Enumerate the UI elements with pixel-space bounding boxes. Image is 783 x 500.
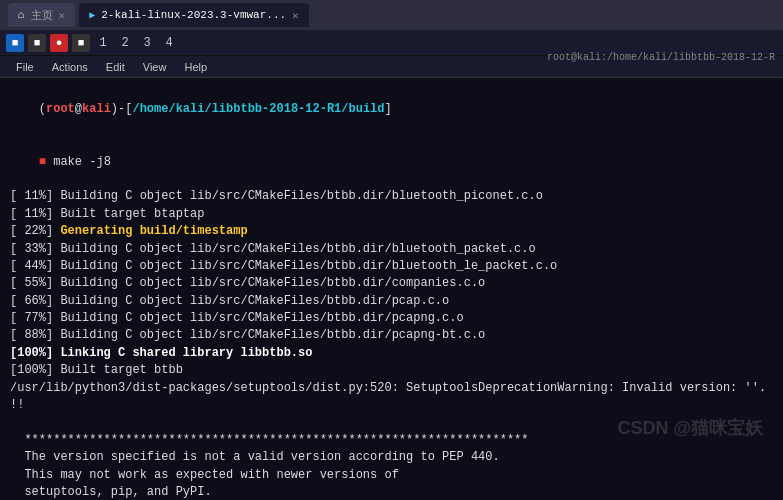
output-line-11: [100%] Built target btbb bbox=[10, 362, 773, 379]
output-line-5: [ 44%] Building C object lib/src/CMakeFi… bbox=[10, 258, 773, 275]
prompt-line: (root@kali)-[/home/kali/libbtbb-2018-12-… bbox=[10, 84, 773, 136]
terminal-icon: ▶ bbox=[89, 9, 95, 21]
toolbar-icon-2[interactable]: ■ bbox=[28, 34, 46, 52]
terminal-area[interactable]: (root@kali)-[/home/kali/libbtbb-2018-12-… bbox=[0, 78, 783, 500]
output-line-2: [ 11%] Built target btaptap bbox=[10, 206, 773, 223]
output-line-4: [ 33%] Building C object lib/src/CMakeFi… bbox=[10, 241, 773, 258]
output-line-15: The version specified is not a valid ver… bbox=[10, 449, 773, 466]
output-line-8: [ 77%] Building C object lib/src/CMakeFi… bbox=[10, 310, 773, 327]
output-line-6: [ 55%] Building C object lib/src/CMakeFi… bbox=[10, 275, 773, 292]
output-line-3: [ 22%] Generating build/timestamp bbox=[10, 223, 773, 240]
output-line-7: [ 66%] Building C object lib/src/CMakeFi… bbox=[10, 293, 773, 310]
tab-terminal[interactable]: ▶ 2-kali-linux-2023.3-vmwar... ✕ bbox=[79, 3, 309, 27]
menu-actions[interactable]: Actions bbox=[44, 59, 96, 75]
toolbar-num-4[interactable]: 4 bbox=[160, 34, 178, 52]
toolbar-icon-1[interactable]: ■ bbox=[6, 34, 24, 52]
output-line-17: setuptools, pip, and PyPI. bbox=[10, 484, 773, 500]
toolbar-num-2[interactable]: 2 bbox=[116, 34, 134, 52]
topright-info: root@kali:/home/kali/libbtbb-2018-12-R bbox=[547, 52, 775, 63]
command-line: ■ make -j8 bbox=[10, 136, 773, 188]
output-line-blank1 bbox=[10, 414, 773, 431]
toolbar-icon-4[interactable]: ■ bbox=[72, 34, 90, 52]
output-line-16: This may not work as expected with newer… bbox=[10, 467, 773, 484]
output-line-13: !! bbox=[10, 397, 773, 414]
toolbar-icon-3[interactable]: ● bbox=[50, 34, 68, 52]
tab-home-label: 主页 bbox=[31, 8, 53, 23]
output-line-12: /usr/lib/python3/dist-packages/setuptool… bbox=[10, 380, 773, 397]
output-line-1: [ 11%] Building C object lib/src/CMakeFi… bbox=[10, 188, 773, 205]
tab-terminal-label: 2-kali-linux-2023.3-vmwar... bbox=[101, 9, 286, 21]
tab-home-close[interactable]: ✕ bbox=[59, 9, 66, 22]
menu-file[interactable]: File bbox=[8, 59, 42, 75]
output-line-14: ****************************************… bbox=[10, 432, 773, 449]
toolbar-num-1[interactable]: 1 bbox=[94, 34, 112, 52]
output-line-10: [100%] Linking C shared library libbtbb.… bbox=[10, 345, 773, 362]
tab-home[interactable]: ⌂ 主页 ✕ bbox=[8, 3, 75, 27]
menu-view[interactable]: View bbox=[135, 59, 175, 75]
toolbar-num-3[interactable]: 3 bbox=[138, 34, 156, 52]
output-line-9: [ 88%] Building C object lib/src/CMakeFi… bbox=[10, 327, 773, 344]
home-icon: ⌂ bbox=[18, 9, 25, 21]
menu-help[interactable]: Help bbox=[176, 59, 215, 75]
tab-terminal-close[interactable]: ✕ bbox=[292, 9, 299, 22]
menu-edit[interactable]: Edit bbox=[98, 59, 133, 75]
titlebar: ⌂ 主页 ✕ ▶ 2-kali-linux-2023.3-vmwar... ✕ bbox=[0, 0, 783, 30]
